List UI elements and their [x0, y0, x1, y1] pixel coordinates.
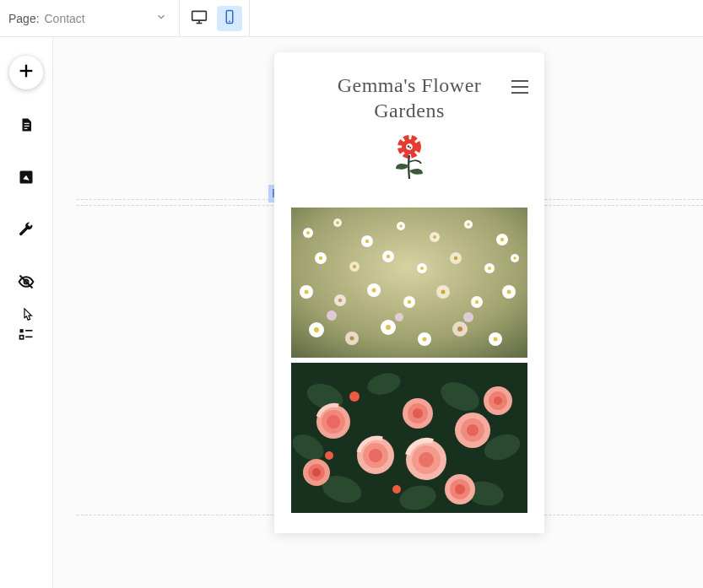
svg-rect-15: [20, 336, 24, 339]
svg-point-24: [409, 147, 411, 148]
svg-point-106: [467, 424, 479, 436]
desktop-view-button[interactable]: [187, 6, 212, 31]
menu-button[interactable]: [511, 79, 529, 98]
svg-point-118: [325, 451, 333, 460]
svg-point-100: [413, 408, 423, 418]
svg-point-37: [467, 223, 470, 226]
svg-point-67: [507, 290, 511, 294]
svg-point-117: [392, 485, 401, 494]
plus-icon: [17, 62, 35, 84]
svg-point-61: [408, 300, 411, 304]
layers-list-icon: [18, 326, 35, 346]
svg-point-49: [454, 256, 457, 260]
svg-point-31: [365, 240, 369, 243]
svg-point-23: [408, 145, 409, 147]
page-selector[interactable]: Page: Contact: [0, 0, 180, 36]
gallery-image-roses[interactable]: [291, 363, 527, 513]
svg-rect-8: [24, 126, 30, 127]
page-icon: [19, 117, 34, 136]
edit-square-icon: [19, 170, 34, 188]
svg-point-97: [369, 449, 382, 462]
wrench-icon: [18, 221, 35, 241]
pages-button[interactable]: [11, 111, 41, 142]
svg-point-39: [500, 238, 504, 241]
svg-point-109: [494, 396, 502, 405]
svg-point-53: [513, 256, 516, 260]
svg-point-55: [305, 290, 309, 294]
page-selector-label: Page:: [8, 12, 40, 25]
svg-point-51: [488, 267, 491, 270]
hamburger-icon: [511, 83, 529, 97]
mobile-icon: [222, 9, 237, 28]
svg-rect-0: [192, 11, 207, 20]
svg-point-69: [314, 327, 319, 332]
svg-point-29: [336, 221, 339, 224]
eye-off-icon: [18, 273, 35, 294]
svg-point-112: [312, 468, 321, 477]
svg-point-57: [338, 299, 342, 302]
svg-point-82: [463, 312, 473, 322]
svg-rect-13: [20, 329, 24, 332]
tools-button[interactable]: [11, 216, 41, 246]
svg-rect-14: [25, 330, 32, 332]
site-title: Gemma's Flower Gardens: [315, 73, 504, 123]
add-button[interactable]: [9, 56, 43, 89]
svg-point-81: [395, 313, 403, 321]
svg-point-71: [350, 337, 354, 341]
svg-point-80: [327, 310, 337, 321]
svg-point-41: [319, 256, 322, 260]
svg-point-43: [353, 265, 356, 268]
chevron-down-icon: [155, 11, 167, 25]
svg-point-47: [420, 267, 424, 270]
svg-point-115: [455, 484, 465, 494]
mobile-preview-frame: Gemma's Flower Gardens: [274, 52, 544, 533]
svg-point-63: [441, 290, 446, 294]
gallery-image-daisies[interactable]: [291, 208, 527, 358]
svg-rect-9: [24, 128, 28, 129]
svg-point-27: [306, 231, 310, 235]
svg-point-77: [457, 326, 462, 332]
svg-point-94: [327, 415, 340, 429]
flower-logo-icon: [315, 132, 504, 186]
desktop-icon: [191, 8, 208, 29]
page-selector-value: Contact: [44, 12, 84, 25]
layers-button[interactable]: [11, 321, 41, 351]
svg-point-35: [433, 235, 436, 239]
svg-point-79: [494, 337, 498, 342]
svg-point-33: [399, 224, 403, 228]
svg-point-103: [419, 452, 434, 467]
svg-point-73: [386, 325, 391, 330]
svg-rect-16: [25, 337, 32, 338]
svg-point-65: [475, 300, 479, 304]
svg-point-45: [387, 255, 390, 258]
svg-point-116: [349, 391, 360, 402]
hidden-items-button[interactable]: [11, 268, 41, 299]
svg-rect-7: [24, 123, 30, 124]
mobile-view-button[interactable]: [217, 6, 242, 31]
svg-point-75: [423, 337, 427, 342]
background-button[interactable]: [11, 164, 41, 194]
svg-point-59: [372, 289, 376, 293]
